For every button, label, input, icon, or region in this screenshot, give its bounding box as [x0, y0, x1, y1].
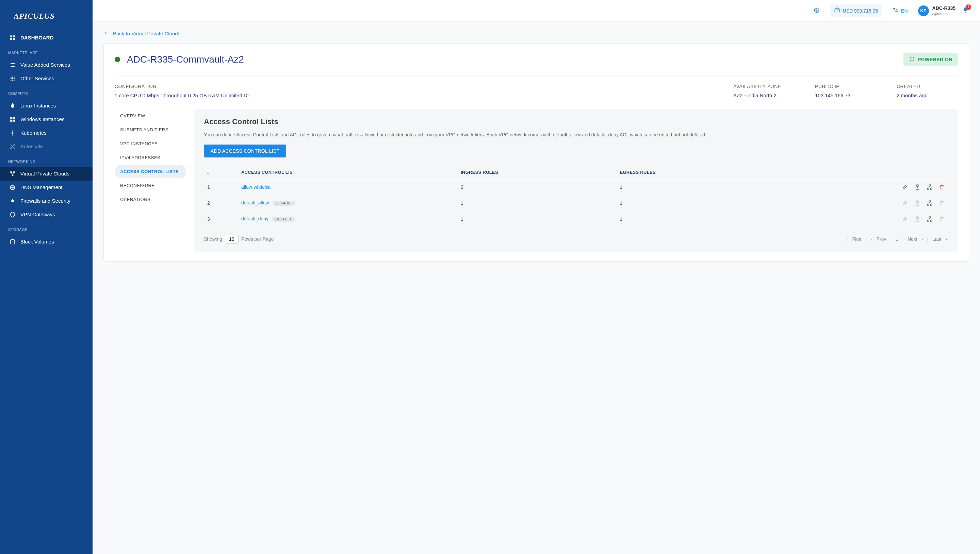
pag-prev[interactable]: Prev	[876, 236, 886, 242]
cell-ingress: 1	[457, 211, 616, 227]
table-row: 3default_denyDEFAULT11	[204, 211, 948, 227]
page-title: ADC-R335-Commvault-Az2	[127, 54, 244, 65]
user-menu[interactable]: KP ADC-R335 Apiculus	[918, 5, 956, 16]
nav-section-header: MARKETPLACE	[0, 45, 92, 58]
showing-label: Showing	[204, 236, 222, 242]
info-label: CONFIGURATION	[115, 84, 713, 89]
svg-point-13	[12, 78, 13, 79]
nav-label: Autoscale	[21, 143, 43, 149]
svg-rect-24	[13, 171, 15, 173]
cell-egress: 1	[616, 179, 770, 195]
vas-icon	[10, 62, 16, 68]
bell-icon	[962, 9, 969, 15]
wallet-icon	[834, 7, 840, 14]
svg-rect-40	[929, 217, 931, 218]
nav-item[interactable]: Kubernetes	[0, 126, 92, 140]
nav-item[interactable]: Windows Instances	[0, 113, 92, 126]
nav-item[interactable]: Other Services	[0, 72, 92, 85]
nav-label: Firewalls and Security	[21, 198, 70, 204]
power-badge[interactable]: POWERED ON	[904, 53, 958, 66]
side-tab[interactable]: VPC INSTANCES	[115, 137, 186, 150]
nav-item[interactable]: Value Added Services	[0, 58, 92, 72]
svg-rect-37	[927, 204, 929, 205]
info-label: AVAILABILITY ZONE	[733, 84, 795, 89]
side-tab[interactable]: SUBNETS AND TIERS	[115, 123, 186, 136]
cell-idx: 1	[204, 179, 238, 195]
default-badge: DEFAULT	[272, 217, 295, 222]
trash-icon[interactable]	[939, 184, 945, 190]
pag-first[interactable]: First	[853, 236, 862, 242]
topology-icon[interactable]	[927, 184, 933, 190]
nav-item[interactable]: VPN Gateways	[0, 208, 92, 221]
cell-name[interactable]: allow-whitelist	[238, 179, 457, 195]
side-tab[interactable]: RECONFIGURE	[115, 179, 186, 192]
nav-dashboard[interactable]: DASHBOARD	[0, 31, 92, 45]
nav-item[interactable]: Firewalls and Security	[0, 194, 92, 208]
nav-item[interactable]: Linux Instances	[0, 99, 92, 113]
svg-point-17	[14, 80, 14, 81]
svg-rect-34	[930, 188, 932, 189]
windows-icon	[10, 116, 16, 123]
cell-idx: 2	[204, 195, 238, 211]
pag-last[interactable]: Last	[932, 236, 941, 242]
svg-rect-18	[10, 117, 12, 119]
svg-point-9	[11, 76, 11, 78]
svg-rect-20	[10, 120, 12, 122]
side-tab[interactable]: IPV4 ADDRESSES	[115, 151, 186, 164]
translate-icon	[892, 7, 898, 14]
trash-icon	[939, 200, 945, 206]
nav-item[interactable]: DNS Management	[0, 181, 92, 194]
nav-label: DASHBOARD	[21, 35, 54, 40]
col-egress: EGRESS RULES	[616, 166, 770, 179]
logo[interactable]: APICULUS	[0, 0, 92, 31]
back-link[interactable]: Back to Virtual Private Clouds	[104, 30, 180, 37]
nav-label: Virtual Private Clouds	[21, 171, 69, 177]
block-icon	[10, 239, 16, 245]
arrow-left-icon	[104, 30, 110, 37]
info-row: CONFIGURATION 1 core CPU 0 Mbps Throughp…	[115, 75, 958, 100]
svg-rect-41	[927, 220, 929, 221]
nav-label: DNS Management	[21, 184, 62, 190]
globe-button[interactable]	[809, 5, 824, 18]
info-value: AZ2 - India North 2	[733, 92, 795, 100]
grid-icon	[10, 75, 16, 82]
lang-label: EN	[901, 8, 908, 14]
info-label: CREATED	[897, 84, 958, 89]
rows-input[interactable]	[225, 235, 239, 244]
svg-rect-25	[12, 175, 14, 176]
edit-icon[interactable]	[902, 184, 908, 190]
notifications-button[interactable]: 1	[962, 6, 969, 15]
svg-rect-4	[13, 38, 15, 40]
user-name: ADC-R335	[932, 5, 956, 11]
side-tab[interactable]: ACCESS CONTROL LISTS	[115, 165, 186, 178]
side-tab[interactable]: OVERVIEW	[115, 109, 186, 123]
cell-idx: 3	[204, 211, 238, 227]
acl-table: # ACCESS CONTROL LIST INGRESS RULES EGRE…	[204, 166, 948, 227]
k8s-icon	[10, 130, 16, 136]
edit-icon	[902, 216, 908, 222]
nav-item[interactable]: Virtual Private Clouds	[0, 167, 92, 181]
add-acl-button[interactable]: ADD ACCESS CONTROL LIST	[204, 145, 286, 158]
svg-point-8	[14, 66, 14, 67]
pag-next[interactable]: Next	[908, 236, 917, 242]
info-value: 1 core CPU 0 Mbps Throughput 0.25 GB RAM…	[115, 92, 713, 100]
topology-icon[interactable]	[927, 216, 933, 222]
rows-label: Rows per Page	[241, 236, 274, 242]
table-row: 1allow-whitelist21	[204, 179, 948, 195]
svg-point-22	[12, 132, 14, 134]
topology-icon[interactable]	[927, 200, 933, 206]
col-idx: #	[204, 166, 238, 179]
svg-point-14	[14, 78, 14, 79]
network-icon[interactable]	[914, 184, 921, 190]
side-tab[interactable]: OPERATIONS	[115, 193, 186, 206]
info-value: 2 months ago	[897, 92, 958, 100]
language-button[interactable]: EN	[888, 5, 911, 18]
dashboard-icon	[10, 35, 16, 41]
panel-desc: You can define Access Control Lists and …	[204, 131, 948, 138]
svg-rect-32	[929, 185, 931, 186]
balance-button[interactable]: USD 999,715.05	[830, 5, 882, 18]
cell-name[interactable]: default_denyDEFAULT	[238, 211, 457, 227]
cell-name[interactable]: default_allowDEFAULT	[238, 195, 457, 211]
nav-item[interactable]: Block Volumes	[0, 235, 92, 248]
panel-title: Access Control Lists	[204, 117, 948, 126]
